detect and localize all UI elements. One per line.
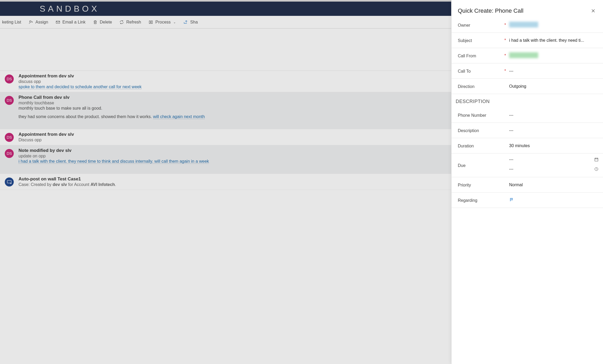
cmd-marketing-label: keting List (2, 20, 21, 25)
mail-icon (56, 20, 60, 25)
close-button[interactable] (590, 7, 597, 15)
field-phone-number[interactable]: Phone Number --- (451, 108, 603, 123)
field-call-to[interactable]: Call To * --- (451, 63, 603, 79)
item-title: Phone Call from dev slv (19, 95, 70, 100)
cmd-assign[interactable]: Assign (29, 20, 48, 25)
svg-rect-2 (149, 21, 150, 24)
svg-rect-9 (595, 158, 598, 161)
field-value[interactable] (508, 22, 599, 29)
field-label: Due (458, 163, 503, 168)
field-value[interactable] (508, 52, 599, 59)
required-indicator: * (503, 53, 508, 58)
cmd-assign-label: Assign (35, 20, 48, 25)
field-value[interactable]: i had a talk with the client. they need … (508, 38, 599, 43)
avatar: DS (5, 96, 14, 105)
assign-icon (29, 20, 33, 25)
process-icon (149, 20, 153, 25)
avatar: DS (5, 133, 14, 142)
cmd-process-label: Process (156, 20, 171, 25)
cmd-share-label: Sha (190, 20, 198, 25)
cmd-refresh[interactable]: Refresh (119, 20, 141, 25)
share-icon (183, 20, 188, 25)
trash-icon (93, 20, 98, 25)
section-description: DESCRIPTION (451, 94, 603, 108)
field-label: Regarding (458, 198, 503, 203)
cmd-delete[interactable]: Delete (93, 20, 112, 25)
item-link[interactable]: will check again next month (153, 114, 205, 119)
item-link[interactable]: spoke to them and decided to schedule an… (19, 85, 141, 89)
redacted-pill (509, 52, 538, 58)
svg-point-0 (30, 21, 31, 22)
cmd-refresh-label: Refresh (126, 20, 141, 25)
field-label: Direction (458, 84, 503, 89)
field-label: Description (458, 128, 503, 133)
field-label: Owner (458, 22, 503, 28)
field-label: Call To (458, 68, 503, 74)
field-value[interactable] (508, 197, 599, 203)
field-value[interactable]: Normal (508, 183, 599, 187)
field-priority[interactable]: Priority Normal (451, 177, 603, 193)
avatar-system (5, 178, 14, 186)
svg-rect-1 (56, 21, 60, 23)
due-date-value[interactable]: --- (509, 157, 513, 162)
cmd-share[interactable]: Sha (183, 20, 198, 25)
cmd-email-label: Email a Link (62, 20, 85, 25)
field-label: Phone Number (458, 113, 503, 118)
required-indicator: * (503, 38, 508, 43)
field-value[interactable]: --- (508, 113, 599, 118)
cmd-email-link[interactable]: Email a Link (56, 20, 85, 25)
field-value[interactable]: --- (508, 69, 599, 73)
clock-icon[interactable] (594, 167, 599, 171)
chevron-down-icon[interactable]: ⌄ (173, 20, 176, 24)
avatar: DS (5, 149, 14, 158)
field-value[interactable]: Outgoing (508, 84, 599, 89)
required-indicator: * (503, 69, 508, 73)
calendar-icon[interactable] (594, 157, 599, 162)
required-indicator: * (503, 23, 508, 27)
cmd-marketing-list[interactable]: keting List (2, 20, 21, 25)
flyout-title: Quick Create: Phone Call (458, 7, 523, 14)
field-label: Call From (458, 53, 503, 58)
item-link[interactable]: i had a talk with the client. they need … (19, 159, 209, 164)
quick-create-panel: Quick Create: Phone Call Owner * Subject… (451, 0, 603, 364)
field-subject[interactable]: Subject * i had a talk with the client. … (451, 33, 603, 48)
field-label: Subject (458, 38, 503, 43)
field-value[interactable]: --- (508, 128, 599, 133)
banner-title: SANDBOX (40, 4, 99, 14)
due-time-value[interactable]: --- (509, 167, 513, 171)
cmd-process[interactable]: Process (149, 20, 171, 25)
field-due[interactable]: Due --- --- (451, 153, 603, 177)
field-value[interactable]: 30 minutes (508, 143, 599, 148)
field-owner[interactable]: Owner * (451, 17, 603, 33)
cmd-delete-label: Delete (100, 20, 112, 25)
svg-rect-3 (151, 21, 152, 24)
field-call-from[interactable]: Call From * (451, 48, 603, 63)
redacted-pill (509, 22, 538, 27)
refresh-icon (119, 20, 124, 25)
quick-create-form: Owner * Subject * i had a talk with the … (451, 17, 603, 213)
field-duration[interactable]: Duration 30 minutes (451, 138, 603, 153)
field-label: Priority (458, 182, 503, 188)
field-description[interactable]: Description --- (451, 123, 603, 138)
field-label: Duration (458, 143, 503, 148)
flag-icon (509, 197, 514, 202)
field-direction[interactable]: Direction Outgoing (451, 79, 603, 94)
close-icon (591, 8, 596, 13)
field-regarding[interactable]: Regarding (451, 193, 603, 208)
avatar: DS (5, 74, 14, 83)
